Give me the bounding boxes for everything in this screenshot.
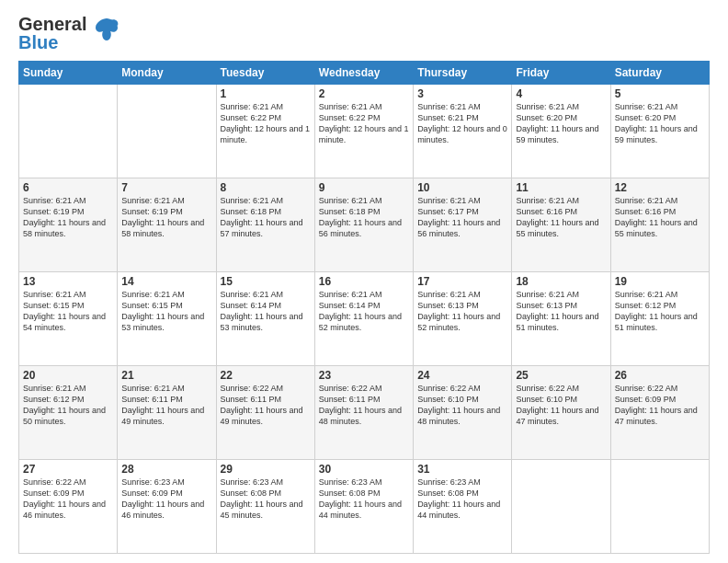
day-number: 1 — [221, 87, 311, 100]
calendar-cell: 9Sunrise: 6:21 AM Sunset: 6:18 PM Daylig… — [314, 178, 413, 272]
calendar-cell: 13Sunrise: 6:21 AM Sunset: 6:15 PM Dayli… — [19, 272, 118, 366]
logo-blue: Blue — [18, 33, 86, 52]
day-number: 26 — [615, 369, 705, 382]
day-info: Sunrise: 6:21 AM Sunset: 6:16 PM Dayligh… — [516, 195, 606, 240]
day-info: Sunrise: 6:21 AM Sunset: 6:18 PM Dayligh… — [319, 195, 409, 240]
day-info: Sunrise: 6:21 AM Sunset: 6:13 PM Dayligh… — [417, 289, 507, 334]
calendar-cell: 24Sunrise: 6:22 AM Sunset: 6:10 PM Dayli… — [414, 366, 512, 460]
day-number: 13 — [23, 275, 113, 288]
day-info: Sunrise: 6:22 AM Sunset: 6:11 PM Dayligh… — [319, 383, 409, 428]
day-number: 29 — [221, 463, 311, 476]
logo-bird-icon — [92, 15, 121, 48]
day-number: 21 — [121, 369, 211, 382]
day-header-monday: Monday — [118, 62, 216, 85]
day-info: Sunrise: 6:21 AM Sunset: 6:17 PM Dayligh… — [417, 195, 507, 240]
day-number: 4 — [516, 87, 606, 100]
calendar-cell: 19Sunrise: 6:21 AM Sunset: 6:12 PM Dayli… — [610, 272, 709, 366]
day-number: 25 — [516, 369, 606, 382]
calendar-week-1: 6Sunrise: 6:21 AM Sunset: 6:19 PM Daylig… — [19, 178, 710, 272]
day-number: 10 — [417, 181, 507, 194]
day-header-sunday: Sunday — [19, 62, 118, 85]
calendar-table: SundayMondayTuesdayWednesdayThursdayFrid… — [18, 61, 710, 554]
day-info: Sunrise: 6:21 AM Sunset: 6:11 PM Dayligh… — [121, 383, 211, 428]
day-info: Sunrise: 6:21 AM Sunset: 6:12 PM Dayligh… — [615, 289, 705, 334]
calendar-cell: 15Sunrise: 6:21 AM Sunset: 6:14 PM Dayli… — [216, 272, 314, 366]
day-number: 19 — [615, 275, 705, 288]
day-header-saturday: Saturday — [610, 62, 709, 85]
calendar-cell: 31Sunrise: 6:23 AM Sunset: 6:08 PM Dayli… — [414, 460, 512, 554]
day-info: Sunrise: 6:21 AM Sunset: 6:22 PM Dayligh… — [319, 101, 409, 146]
calendar-cell: 25Sunrise: 6:22 AM Sunset: 6:10 PM Dayli… — [512, 366, 610, 460]
day-info: Sunrise: 6:22 AM Sunset: 6:10 PM Dayligh… — [516, 383, 606, 428]
day-info: Sunrise: 6:23 AM Sunset: 6:08 PM Dayligh… — [319, 477, 409, 522]
day-number: 12 — [615, 181, 705, 194]
calendar-cell: 4Sunrise: 6:21 AM Sunset: 6:20 PM Daylig… — [512, 85, 610, 178]
day-info: Sunrise: 6:21 AM Sunset: 6:21 PM Dayligh… — [417, 101, 507, 146]
calendar-cell: 22Sunrise: 6:22 AM Sunset: 6:11 PM Dayli… — [216, 366, 314, 460]
logo-general: General — [18, 15, 86, 33]
calendar-cell — [512, 460, 610, 554]
calendar-cell — [118, 85, 216, 178]
calendar-cell: 23Sunrise: 6:22 AM Sunset: 6:11 PM Dayli… — [314, 366, 413, 460]
calendar-header-row: SundayMondayTuesdayWednesdayThursdayFrid… — [19, 62, 710, 85]
day-number: 3 — [417, 87, 507, 100]
day-number: 11 — [516, 181, 606, 194]
day-info: Sunrise: 6:21 AM Sunset: 6:20 PM Dayligh… — [516, 101, 606, 146]
day-number: 6 — [23, 181, 113, 194]
day-number: 24 — [417, 369, 507, 382]
calendar-cell: 16Sunrise: 6:21 AM Sunset: 6:14 PM Dayli… — [314, 272, 413, 366]
calendar-cell: 7Sunrise: 6:21 AM Sunset: 6:19 PM Daylig… — [118, 178, 216, 272]
day-number: 22 — [221, 369, 311, 382]
day-number: 27 — [23, 463, 113, 476]
day-info: Sunrise: 6:21 AM Sunset: 6:14 PM Dayligh… — [221, 289, 311, 334]
calendar-cell: 11Sunrise: 6:21 AM Sunset: 6:16 PM Dayli… — [512, 178, 610, 272]
day-number: 5 — [615, 87, 705, 100]
day-number: 18 — [516, 275, 606, 288]
calendar-cell: 20Sunrise: 6:21 AM Sunset: 6:12 PM Dayli… — [19, 366, 118, 460]
logo: General Blue — [18, 15, 121, 52]
calendar-cell: 8Sunrise: 6:21 AM Sunset: 6:18 PM Daylig… — [216, 178, 314, 272]
day-info: Sunrise: 6:22 AM Sunset: 6:09 PM Dayligh… — [615, 383, 705, 428]
calendar-cell: 30Sunrise: 6:23 AM Sunset: 6:08 PM Dayli… — [314, 460, 413, 554]
calendar-week-2: 13Sunrise: 6:21 AM Sunset: 6:15 PM Dayli… — [19, 272, 710, 366]
day-number: 15 — [221, 275, 311, 288]
header: General Blue — [18, 15, 710, 52]
day-header-thursday: Thursday — [414, 62, 512, 85]
day-info: Sunrise: 6:21 AM Sunset: 6:13 PM Dayligh… — [516, 289, 606, 334]
calendar-week-4: 27Sunrise: 6:22 AM Sunset: 6:09 PM Dayli… — [19, 460, 710, 554]
day-info: Sunrise: 6:21 AM Sunset: 6:20 PM Dayligh… — [615, 101, 705, 146]
day-header-wednesday: Wednesday — [314, 62, 413, 85]
day-number: 20 — [23, 369, 113, 382]
day-info: Sunrise: 6:21 AM Sunset: 6:12 PM Dayligh… — [23, 383, 113, 428]
day-number: 14 — [121, 275, 211, 288]
day-info: Sunrise: 6:22 AM Sunset: 6:09 PM Dayligh… — [23, 477, 113, 522]
calendar-cell: 2Sunrise: 6:21 AM Sunset: 6:22 PM Daylig… — [314, 85, 413, 178]
day-header-tuesday: Tuesday — [216, 62, 314, 85]
day-info: Sunrise: 6:21 AM Sunset: 6:15 PM Dayligh… — [121, 289, 211, 334]
day-info: Sunrise: 6:23 AM Sunset: 6:09 PM Dayligh… — [121, 477, 211, 522]
day-number: 30 — [319, 463, 409, 476]
day-info: Sunrise: 6:21 AM Sunset: 6:16 PM Dayligh… — [615, 195, 705, 240]
calendar-cell — [19, 85, 118, 178]
day-number: 16 — [319, 275, 409, 288]
calendar-cell: 28Sunrise: 6:23 AM Sunset: 6:09 PM Dayli… — [118, 460, 216, 554]
day-info: Sunrise: 6:22 AM Sunset: 6:10 PM Dayligh… — [417, 383, 507, 428]
calendar-cell: 21Sunrise: 6:21 AM Sunset: 6:11 PM Dayli… — [118, 366, 216, 460]
day-info: Sunrise: 6:21 AM Sunset: 6:18 PM Dayligh… — [221, 195, 311, 240]
calendar-cell: 3Sunrise: 6:21 AM Sunset: 6:21 PM Daylig… — [414, 85, 512, 178]
day-number: 17 — [417, 275, 507, 288]
day-info: Sunrise: 6:21 AM Sunset: 6:19 PM Dayligh… — [121, 195, 211, 240]
calendar-week-3: 20Sunrise: 6:21 AM Sunset: 6:12 PM Dayli… — [19, 366, 710, 460]
day-info: Sunrise: 6:23 AM Sunset: 6:08 PM Dayligh… — [417, 477, 507, 522]
calendar-cell: 12Sunrise: 6:21 AM Sunset: 6:16 PM Dayli… — [610, 178, 709, 272]
calendar-cell: 18Sunrise: 6:21 AM Sunset: 6:13 PM Dayli… — [512, 272, 610, 366]
day-info: Sunrise: 6:21 AM Sunset: 6:14 PM Dayligh… — [319, 289, 409, 334]
calendar-cell: 29Sunrise: 6:23 AM Sunset: 6:08 PM Dayli… — [216, 460, 314, 554]
page: General Blue SundayMondayTuesdayWednesda… — [0, 0, 728, 563]
day-number: 8 — [221, 181, 311, 194]
day-info: Sunrise: 6:23 AM Sunset: 6:08 PM Dayligh… — [221, 477, 311, 522]
day-number: 2 — [319, 87, 409, 100]
calendar-cell: 26Sunrise: 6:22 AM Sunset: 6:09 PM Dayli… — [610, 366, 709, 460]
calendar-week-0: 1Sunrise: 6:21 AM Sunset: 6:22 PM Daylig… — [19, 85, 710, 178]
calendar-cell: 17Sunrise: 6:21 AM Sunset: 6:13 PM Dayli… — [414, 272, 512, 366]
